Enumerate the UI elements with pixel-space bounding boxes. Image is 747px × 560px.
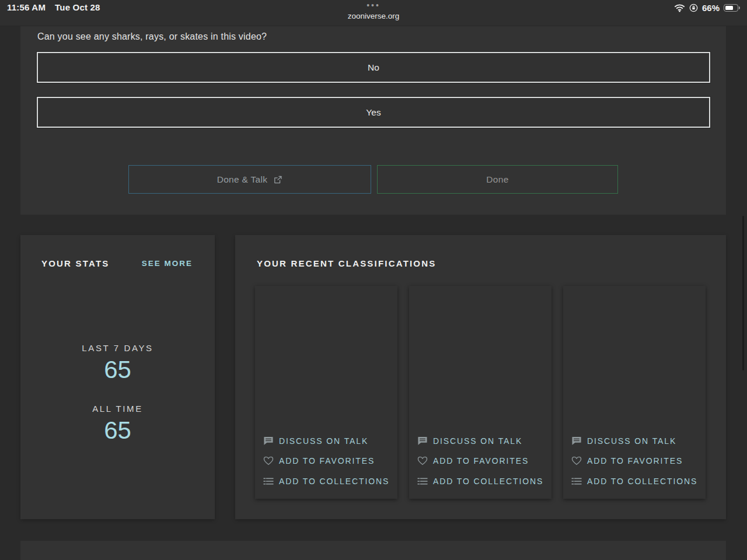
action-label: ADD TO COLLECTIONS bbox=[279, 477, 389, 486]
action-label: ADD TO COLLECTIONS bbox=[587, 477, 697, 486]
task-question: Can you see any sharks, rays, or skates … bbox=[37, 32, 267, 42]
speech-bubble-icon bbox=[263, 436, 274, 446]
classification-card: DISCUSS ON TALK ADD TO FAVORITES bbox=[255, 286, 397, 499]
subject-media-placeholder[interactable] bbox=[563, 286, 706, 429]
action-label: ADD TO FAVORITES bbox=[279, 456, 375, 466]
external-link-icon bbox=[273, 175, 282, 184]
tab-overflow-button[interactable]: ••• bbox=[0, 1, 747, 9]
discuss-on-talk-link[interactable]: DISCUSS ON TALK bbox=[417, 431, 547, 452]
add-to-favorites-link[interactable]: ADD TO FAVORITES bbox=[263, 451, 393, 471]
subject-media-placeholder[interactable] bbox=[409, 286, 551, 429]
status-bar: 11:56 AM Tue Oct 28 ••• zooniverse.org bbox=[0, 0, 747, 26]
stats-title: YOUR STATS bbox=[41, 258, 109, 268]
add-to-collections-link[interactable]: ADD TO COLLECTIONS bbox=[571, 471, 701, 492]
action-label: DISCUSS ON TALK bbox=[279, 436, 368, 446]
action-label: ADD TO FAVORITES bbox=[587, 456, 683, 466]
answer-button-yes[interactable]: Yes bbox=[37, 97, 710, 128]
classification-task-panel: Can you see any sharks, rays, or skates … bbox=[20, 26, 726, 215]
rotation-lock-icon bbox=[689, 4, 698, 12]
action-label: ADD TO FAVORITES bbox=[433, 456, 529, 466]
action-label: ADD TO COLLECTIONS bbox=[433, 477, 543, 486]
classification-card: DISCUSS ON TALK ADD TO FAVORITES bbox=[563, 286, 706, 499]
add-to-favorites-link[interactable]: ADD TO FAVORITES bbox=[571, 451, 701, 471]
speech-bubble-icon bbox=[417, 436, 428, 446]
list-icon bbox=[417, 477, 428, 485]
see-more-link[interactable]: SEE MORE bbox=[142, 259, 193, 268]
answer-button-no[interactable]: No bbox=[37, 52, 710, 83]
add-to-favorites-link[interactable]: ADD TO FAVORITES bbox=[417, 451, 547, 471]
battery-fill bbox=[725, 6, 733, 10]
stat-last-7-days: LAST 7 DAYS 65 bbox=[20, 343, 215, 383]
list-icon bbox=[263, 477, 274, 485]
add-to-collections-link[interactable]: ADD TO COLLECTIONS bbox=[417, 471, 547, 492]
battery-icon bbox=[724, 4, 740, 12]
classification-card: DISCUSS ON TALK ADD TO FAVORITES bbox=[409, 286, 551, 499]
wifi-icon bbox=[674, 4, 685, 12]
next-section-panel bbox=[20, 541, 726, 560]
done-and-talk-button[interactable]: Done & Talk bbox=[128, 165, 371, 194]
discuss-on-talk-link[interactable]: DISCUSS ON TALK bbox=[571, 431, 701, 452]
action-label: DISCUSS ON TALK bbox=[587, 436, 676, 446]
done-button[interactable]: Done bbox=[377, 165, 618, 194]
page: 11:56 AM Tue Oct 28 ••• zooniverse.org bbox=[0, 0, 747, 560]
list-icon bbox=[571, 477, 582, 485]
address-bar[interactable]: zooniverse.org bbox=[0, 12, 747, 20]
your-stats-panel: YOUR STATS SEE MORE LAST 7 DAYS 65 ALL T… bbox=[20, 235, 215, 519]
classifications-title: YOUR RECENT CLASSIFICATIONS bbox=[257, 258, 436, 268]
stat-all-time: ALL TIME 65 bbox=[20, 404, 215, 444]
speech-bubble-icon bbox=[571, 436, 582, 446]
recent-classifications-panel: YOUR RECENT CLASSIFICATIONS DISCUSS ON T… bbox=[235, 235, 726, 519]
stat-label: ALL TIME bbox=[20, 404, 215, 414]
battery-percent: 66% bbox=[702, 3, 720, 13]
done-and-talk-label: Done & Talk bbox=[217, 174, 268, 185]
subject-media-placeholder[interactable] bbox=[255, 286, 397, 429]
action-label: DISCUSS ON TALK bbox=[433, 436, 522, 446]
add-to-collections-link[interactable]: ADD TO COLLECTIONS bbox=[263, 471, 393, 492]
stat-value: 65 bbox=[20, 356, 215, 383]
scrollbar[interactable] bbox=[742, 216, 744, 370]
discuss-on-talk-link[interactable]: DISCUSS ON TALK bbox=[263, 431, 393, 452]
heart-icon bbox=[263, 456, 274, 466]
stat-label: LAST 7 DAYS bbox=[20, 343, 215, 353]
heart-icon bbox=[417, 456, 428, 466]
stat-value: 65 bbox=[20, 417, 215, 444]
heart-icon bbox=[571, 456, 582, 466]
